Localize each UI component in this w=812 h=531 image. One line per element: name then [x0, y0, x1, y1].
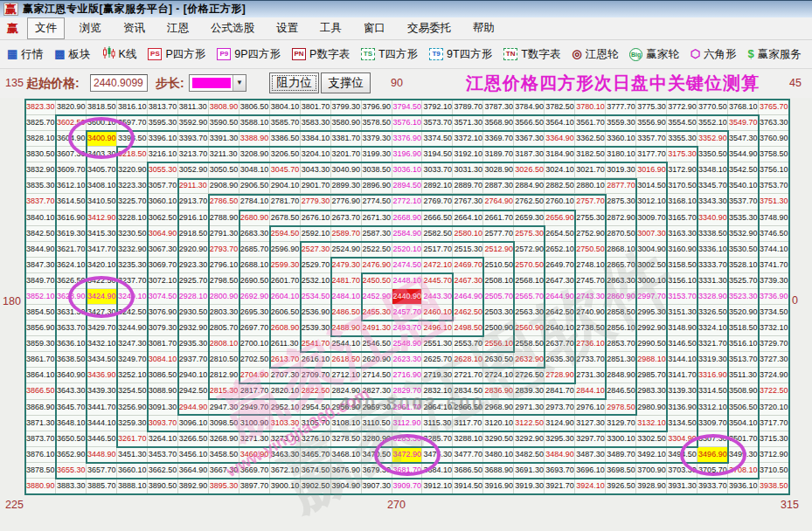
price-cell: 3218.50: [117, 147, 148, 162]
toolbar-item-t9-square[interactable]: T99T四方形: [429, 47, 492, 62]
price-cell: 2870.50: [606, 226, 636, 242]
toolbar-item-label: P四方形: [165, 47, 205, 62]
price-cell: 3448.90: [87, 447, 117, 463]
price-cell: 3717.70: [759, 416, 789, 431]
price-cell: 3712.90: [759, 447, 789, 463]
toolbar-item-label: 9T四方形: [447, 47, 492, 62]
price-cell: 2695.30: [239, 305, 270, 321]
price-cell: 3427.30: [87, 305, 117, 321]
price-cell: 2565.70: [514, 289, 545, 305]
toolbar-item-t-square[interactable]: TST四方形: [361, 47, 418, 62]
toolbar-item-sector-blocks[interactable]: ▩板块: [54, 47, 90, 62]
price-cell: 3453.70: [148, 447, 178, 463]
price-cell: 3374.50: [422, 131, 453, 147]
price-cell: 2594.50: [270, 226, 301, 242]
price-cell: 3230.50: [117, 226, 148, 242]
price-cell: 2930.50: [178, 305, 209, 321]
price-cell: 3297.70: [575, 431, 606, 447]
price-cell: 3343.30: [697, 194, 728, 210]
angle-label-315: 315: [781, 499, 799, 511]
price-cell: 3873.70: [25, 431, 56, 447]
price-cell: 3175.30: [667, 147, 697, 162]
price-cell: 3708.10: [728, 463, 759, 479]
price-cell: 3734.50: [759, 305, 789, 321]
price-cell: 3549.70: [728, 115, 759, 131]
price-cell: 3652.90: [56, 447, 87, 463]
price-cell: 3439.30: [87, 383, 117, 399]
price-cell: 3775.30: [636, 100, 667, 115]
price-cell: 3129.70: [606, 416, 636, 431]
menu-item-3[interactable]: 江恩: [160, 18, 196, 38]
price-cell: 3621.70: [56, 242, 87, 258]
price-cell: 3168.10: [667, 194, 697, 210]
price-cell: 2558.50: [514, 336, 545, 352]
price-cell: 2445.70: [422, 273, 453, 289]
price-cell: 2570.50: [514, 258, 545, 273]
step-color-select[interactable]: ▼: [189, 74, 246, 92]
start-price-input[interactable]: [90, 74, 148, 92]
price-cell: 2918.50: [178, 226, 209, 242]
sector-blocks-icon: ▩: [54, 48, 65, 60]
price-cell: 2827.30: [362, 383, 392, 399]
toolbar-item-p-square[interactable]: PSP四方形: [148, 47, 205, 62]
price-cell: 3804.10: [270, 100, 301, 115]
price-cell: 3103.30: [270, 416, 301, 431]
price-cell: 2680.90: [239, 210, 270, 226]
price-cell: 2992.90: [636, 321, 667, 336]
price-cell: 3156.10: [667, 273, 697, 289]
price-cell: 2728.90: [545, 368, 575, 383]
price-cell: 2448.10: [392, 273, 423, 289]
menu-item-2[interactable]: 资讯: [116, 18, 152, 38]
price-cell: 3031.30: [453, 162, 483, 178]
menu-item-1[interactable]: 浏览: [73, 18, 108, 38]
price-cell: 2733.70: [575, 352, 606, 368]
toolbar-item-hexagon[interactable]: ⬡六角形: [691, 47, 737, 62]
price-cell: 3585.70: [270, 115, 301, 131]
price-cell: 2719.30: [422, 368, 453, 383]
price-cell: 2899.30: [331, 178, 362, 194]
menu-item-6[interactable]: 工具: [313, 18, 349, 38]
price-cell: 3036.10: [392, 162, 423, 178]
toolbar-item-t-number-table[interactable]: TNT数字表: [503, 47, 560, 62]
chevron-down-icon[interactable]: ▼: [232, 75, 246, 91]
price-cell: 2505.70: [483, 289, 514, 305]
price-cell: 3897.70: [239, 479, 270, 494]
price-cell: 3204.10: [301, 147, 331, 162]
price-cell: 2661.70: [483, 210, 514, 226]
price-cell: 2580.10: [453, 226, 483, 242]
menu-item-7[interactable]: 窗口: [357, 18, 392, 38]
menu-item-9[interactable]: 帮助: [466, 18, 502, 38]
price-cell: 3249.70: [117, 352, 148, 368]
price-cell: 3542.50: [728, 162, 759, 178]
price-cell: 3196.90: [392, 147, 423, 162]
price-cell: 3189.70: [483, 147, 514, 162]
resistance-button[interactable]: 阻力位: [269, 72, 319, 93]
price-cell: 3931.30: [667, 479, 697, 494]
toolbar-item-kline[interactable]: K线: [102, 46, 137, 62]
price-cell: 3247.30: [117, 336, 148, 352]
price-cell: 3014.50: [636, 178, 667, 194]
toolbar-item-p-number-table[interactable]: PNP数字表: [292, 47, 350, 62]
price-cell: 2604.10: [270, 289, 301, 305]
support-button[interactable]: 支撑位: [321, 72, 371, 93]
price-cell: 3693.70: [545, 463, 575, 479]
price-cell: 3441.70: [87, 400, 117, 416]
menu-item-5[interactable]: 设置: [269, 18, 305, 38]
price-cell: 3876.10: [25, 447, 56, 463]
menu-item-8[interactable]: 交易委托: [400, 18, 458, 38]
price-cell: 3194.50: [422, 147, 453, 162]
price-cell: 3895.30: [209, 479, 239, 494]
toolbar-item-winner-wheel[interactable]: Big赢家轮: [629, 47, 679, 62]
toolbar-item-gann-wheel[interactable]: ◎江恩轮: [572, 47, 618, 62]
price-cell: 2560.90: [514, 321, 545, 336]
menu-item-0[interactable]: 文件: [27, 17, 65, 39]
price-cell: 2755.30: [575, 210, 606, 226]
toolbar-item-market-grid[interactable]: ▦行情: [7, 47, 43, 62]
menu-item-4[interactable]: 公式选股: [204, 18, 261, 38]
toolbar-item-service-dollar[interactable]: $赢家服务: [748, 47, 802, 62]
price-cell: 3628.90: [56, 289, 87, 305]
toolbar-item-p9-square[interactable]: P99P四方形: [217, 47, 281, 62]
price-cell: 3842.50: [25, 226, 56, 242]
menu-bar: 赢 文件浏览资讯江恩公式选股设置工具窗口交易委托帮助: [0, 17, 812, 40]
price-cell: 3499.30: [728, 447, 759, 463]
